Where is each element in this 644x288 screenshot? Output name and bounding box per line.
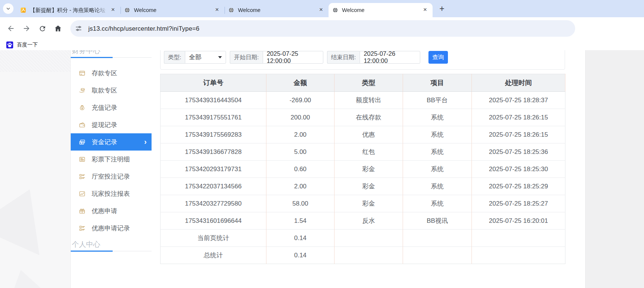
column-header: 订单号	[161, 74, 266, 92]
refresh-button[interactable]	[36, 22, 49, 35]
order-number-cell: 1753420327729580	[161, 195, 266, 212]
tab-search-button[interactable]	[3, 3, 13, 14]
page-background-right	[585, 50, 644, 288]
table-row[interactable]: 当前页统计 0.14	[161, 230, 565, 247]
type-cell: 彩金	[335, 161, 403, 178]
sidebar-item-label: 优惠申请	[92, 207, 117, 215]
sidebar-item[interactable]: 优惠申请记录 ›	[71, 219, 152, 237]
sidebar-item-label: 取款专区	[92, 86, 117, 95]
order-number-cell: 1753420293179731	[161, 161, 266, 178]
sidebar-item[interactable]: 资金记录 ›	[71, 133, 152, 151]
project-cell: BB视讯	[403, 212, 472, 230]
globe-icon	[228, 7, 235, 13]
table-row[interactable]: 1753439175551761 200.00 在线存款 系统 2025-07-…	[161, 109, 565, 126]
browser-toolbar: js13.cc/hhcp/usercenter.html?iniType=6	[0, 17, 644, 40]
start-date-input[interactable]: 2025-07-25 12:00:00	[263, 51, 323, 64]
time-cell: 2025-07-25 18:25:29	[472, 178, 565, 195]
table-row[interactable]: 1753420293179731 0.60 彩金 系统 2025-07-25 1…	[161, 161, 565, 178]
amount-cell: 58.00	[266, 195, 335, 212]
table-row[interactable]: 1753439136677828 5.00 红包 系统 2025-07-25 1…	[161, 143, 565, 161]
project-cell: BB平台	[403, 92, 472, 109]
table-row[interactable]: 1753422037134566 2.00 彩金 系统 2025-07-25 1…	[161, 178, 565, 195]
project-cell: 系统	[403, 195, 472, 212]
close-icon[interactable]: ×	[109, 6, 117, 14]
type-cell	[335, 230, 403, 247]
back-button[interactable]	[4, 22, 18, 35]
url-text[interactable]: js13.cc/hhcp/usercenter.html?iniType=6	[88, 25, 199, 32]
sidebar-item[interactable]: 彩票下注明细 ›	[71, 151, 152, 168]
close-icon[interactable]: ×	[213, 6, 221, 14]
browser-tab[interactable]: 【新提醒】积分 - 海燕策略论坛 ×	[16, 3, 120, 17]
order-number-cell: 1753439136677828	[161, 143, 266, 161]
time-cell	[472, 247, 565, 264]
query-button[interactable]: 查询	[428, 51, 448, 64]
home-button[interactable]	[51, 22, 65, 35]
close-icon[interactable]: ×	[421, 6, 429, 14]
new-tab-button[interactable]: +	[436, 3, 448, 14]
report-chart-icon	[79, 190, 86, 197]
amount-cell: 1.54	[266, 212, 335, 230]
filter-bar: 类型: 全部 开始日期: 2025-07-25 12:00:00 结束日期: 2…	[160, 50, 565, 70]
order-number-cell: 当前页统计	[161, 230, 266, 247]
type-select[interactable]: 全部	[185, 51, 226, 64]
site-info-button[interactable]	[73, 22, 85, 34]
sidebar-item-label: 资金记录	[92, 138, 117, 146]
table-row[interactable]: 1753439175569283 2.00 优惠 系统 2025-07-25 1…	[161, 126, 565, 143]
column-header: 类型	[335, 74, 403, 92]
bookmark-baidu[interactable]: 百度一下	[4, 40, 40, 49]
sidebar-section-personal: 个人中心	[72, 240, 152, 249]
home-icon	[54, 24, 62, 33]
forward-button[interactable]	[20, 22, 33, 35]
bookmarks-bar: 百度一下	[0, 40, 644, 50]
amount-cell: 0.14	[266, 247, 335, 264]
fund-records-table: 订单号 金额 类型 项目 处理时间	[160, 74, 565, 264]
end-date-label: 结束日期:	[327, 51, 360, 64]
withdraw-record-icon	[79, 121, 86, 128]
sidebar-item[interactable]: 玩家投注报表 ›	[71, 185, 152, 202]
project-cell: 系统	[403, 126, 472, 143]
time-cell: 2025-07-25 18:25:36	[472, 143, 565, 161]
sidebar-item[interactable]: 存款专区 ›	[71, 64, 152, 82]
bookmark-label: 百度一下	[17, 42, 38, 48]
address-bar[interactable]: js13.cc/hhcp/usercenter.html?iniType=6	[70, 20, 575, 37]
tab-title: Welcome	[134, 7, 213, 13]
chevron-down-icon	[6, 6, 11, 11]
time-cell	[472, 230, 565, 247]
forum-favicon	[20, 7, 27, 13]
project-cell	[403, 230, 472, 247]
sidebar-item[interactable]: 优惠申请 ›	[71, 202, 152, 219]
globe-icon	[332, 7, 339, 13]
chevron-right-icon: ›	[144, 137, 147, 146]
time-cell: 2025-07-25 18:26:15	[472, 109, 565, 126]
table-row[interactable]: 1753431601696644 1.54 反水 BB视讯 2025-07-25…	[161, 212, 565, 230]
refresh-icon	[39, 25, 46, 33]
sidebar-item[interactable]: 提现记录 ›	[71, 116, 152, 133]
sidebar-item[interactable]: 充值记录 ›	[71, 99, 152, 116]
end-date-input[interactable]: 2025-07-26 12:00:00	[360, 51, 420, 64]
type-cell	[335, 247, 403, 264]
table-row[interactable]: 1753439316443504 -269.00 额度转出 BB平台 2025-…	[161, 92, 565, 109]
table-row[interactable]: 总统计 0.14	[161, 247, 565, 264]
time-cell: 2025-07-25 16:20:01	[472, 212, 565, 230]
browser-tab[interactable]: Welcome ×	[225, 3, 329, 17]
sidebar-item-label: 彩票下注明细	[92, 155, 130, 164]
time-cell: 2025-07-25 18:25:30	[472, 161, 565, 178]
sidebar-item[interactable]: 取款专区 ›	[71, 82, 152, 99]
globe-icon	[124, 7, 131, 13]
close-icon[interactable]: ×	[317, 6, 325, 14]
start-date-group: 开始日期: 2025-07-25 12:00:00	[230, 51, 323, 64]
project-cell	[403, 247, 472, 264]
recharge-bag-icon	[79, 104, 86, 111]
sidebar-item[interactable]: 厅室投注记录 ›	[71, 168, 152, 185]
type-cell: 彩金	[335, 195, 403, 212]
baidu-paw-icon	[6, 41, 13, 49]
browser-tab[interactable]: Welcome ×	[329, 3, 433, 17]
table-row[interactable]: 1753420327729580 58.00 彩金 系统 2025-07-25 …	[161, 195, 565, 212]
amount-cell: 2.00	[266, 178, 335, 195]
forward-arrow-icon	[22, 24, 31, 33]
deposit-card-icon	[79, 69, 86, 77]
sidebar: 财务中心 存款专区 › 取款专区 ›	[71, 50, 152, 252]
browser-tab[interactable]: Welcome ×	[120, 3, 225, 17]
type-cell: 额度转出	[335, 92, 403, 109]
project-cell: 系统	[403, 178, 472, 195]
